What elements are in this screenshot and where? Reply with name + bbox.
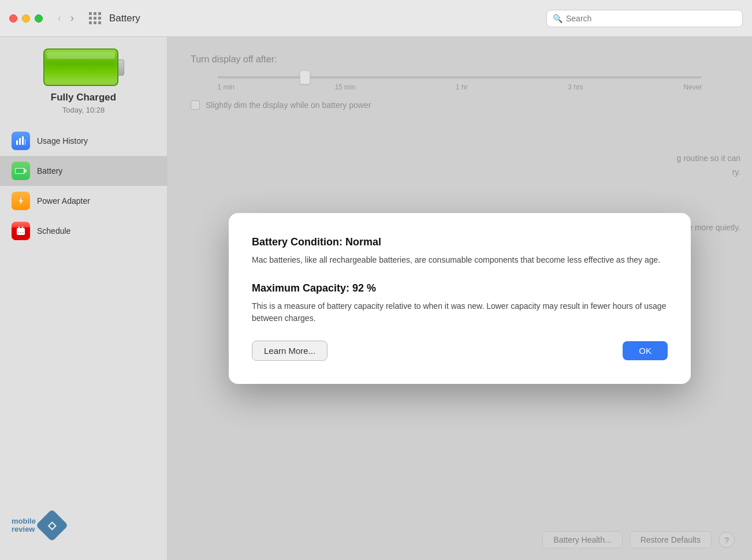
titlebar: ‹ › Battery 🔍: [0, 0, 752, 37]
window-title: Battery: [109, 13, 140, 24]
sidebar-item-schedule[interactable]: Schedule: [0, 216, 167, 246]
grid-dot: [94, 17, 96, 20]
grid-dot: [98, 17, 101, 20]
content-area: Turn display off after: 1 min 15 min 1 h…: [167, 37, 752, 560]
battery-body-icon: [43, 48, 118, 86]
svg-rect-10: [18, 226, 20, 229]
max-capacity-text: This is a measure of battery capacity re…: [252, 300, 668, 324]
sidebar-item-battery[interactable]: Battery: [0, 156, 167, 186]
battery-condition-title: Battery Condition: Normal: [252, 236, 668, 248]
grid-dot: [98, 21, 101, 24]
sidebar-logo: mobile review ◇: [0, 502, 167, 548]
search-box[interactable]: 🔍: [546, 10, 743, 27]
schedule-icon: [12, 222, 30, 240]
grid-dot: [94, 21, 96, 24]
svg-rect-12: [18, 232, 19, 233]
svg-rect-6: [16, 169, 24, 173]
svg-rect-8: [17, 228, 25, 235]
battery-sidebar-icon: [12, 162, 30, 180]
logo-line2: review: [12, 525, 36, 533]
max-capacity-title: Maximum Capacity: 92 %: [252, 282, 668, 294]
usage-history-icon: [12, 132, 30, 150]
logo-container: mobile review ◇: [12, 514, 64, 537]
sidebar: Fully Charged Today, 10:28 Usage History: [0, 37, 167, 560]
sidebar-item-label: Usage History: [37, 136, 88, 145]
main-area: Fully Charged Today, 10:28 Usage History: [0, 37, 752, 560]
battery-tip-icon: [118, 59, 124, 76]
chart-icon: [16, 136, 26, 146]
logo-line1: mobile: [12, 517, 36, 525]
learn-more-button[interactable]: Learn More...: [252, 341, 327, 361]
calendar-icon: [16, 226, 26, 236]
battery-time-label: Today, 10:28: [62, 106, 105, 114]
grid-dot: [94, 12, 96, 15]
modal-footer: Learn More... OK: [252, 341, 668, 361]
minimize-button[interactable]: [22, 14, 30, 23]
modal-dialog: Battery Condition: Normal Mac batteries,…: [229, 213, 691, 384]
sidebar-items: Usage History Battery: [0, 126, 167, 246]
window-controls: [9, 14, 43, 23]
svg-rect-5: [25, 170, 27, 173]
battery-display: Fully Charged Today, 10:28: [32, 48, 136, 114]
sidebar-item-power-adapter[interactable]: Power Adapter: [0, 186, 167, 216]
sidebar-item-label: Schedule: [37, 226, 70, 236]
battery-icon: [15, 167, 27, 174]
sidebar-item-usage-history[interactable]: Usage History: [0, 126, 167, 156]
search-input[interactable]: [566, 14, 736, 23]
svg-rect-0: [16, 140, 18, 145]
svg-rect-3: [25, 139, 25, 145]
back-button[interactable]: ‹: [54, 11, 65, 25]
grid-dot: [89, 21, 92, 24]
search-icon: 🔍: [553, 14, 563, 23]
sidebar-item-label: Battery: [37, 166, 62, 176]
power-adapter-icon: [12, 192, 30, 210]
nav-arrows: ‹ ›: [54, 11, 77, 25]
maximize-button[interactable]: [35, 14, 43, 23]
forward-button[interactable]: ›: [67, 11, 77, 25]
sidebar-item-label: Power Adapter: [37, 196, 90, 206]
svg-rect-2: [22, 136, 24, 145]
grid-dot: [89, 17, 92, 20]
close-button[interactable]: [9, 14, 17, 23]
svg-rect-1: [19, 138, 21, 145]
lightning-icon: [16, 196, 26, 206]
svg-rect-13: [20, 232, 21, 233]
svg-rect-11: [22, 226, 23, 229]
battery-condition-text: Mac batteries, like all rechargeable bat…: [252, 254, 668, 266]
ok-button[interactable]: OK: [623, 341, 668, 360]
battery-status-label: Fully Charged: [51, 92, 116, 103]
battery-icon-container: [43, 48, 124, 86]
grid-icon[interactable]: [89, 12, 101, 24]
svg-rect-14: [23, 232, 24, 233]
grid-dot: [98, 12, 101, 15]
svg-marker-7: [18, 197, 23, 205]
grid-dot: [89, 12, 92, 15]
